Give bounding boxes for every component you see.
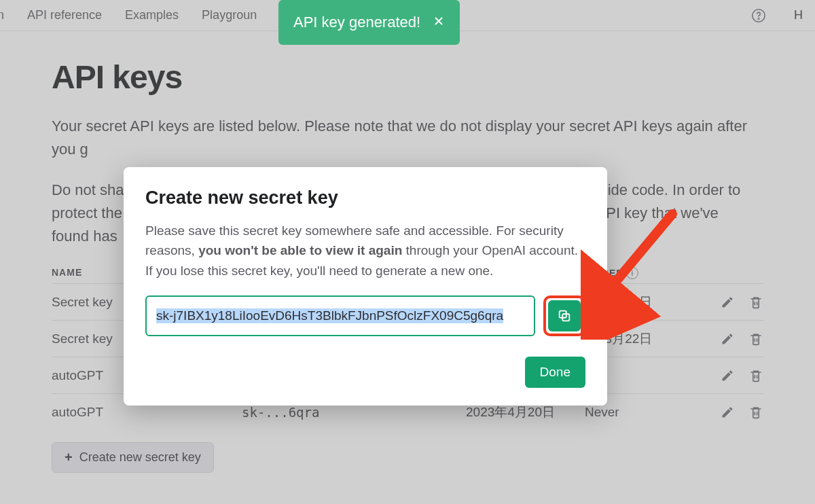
page-root: n API reference Examples Playgroun H API…	[0, 0, 815, 504]
info-icon[interactable]: i	[626, 267, 638, 279]
secret-key-row: sk-j7IBX1y18LiIooEvD6HsT3BlbkFJbnPSfOclz…	[145, 295, 585, 336]
trash-icon[interactable]	[748, 295, 763, 310]
nav-playground[interactable]: Playgroun	[202, 8, 257, 22]
nav-api-reference[interactable]: API reference	[27, 8, 102, 22]
nav-examples[interactable]: Examples	[125, 8, 179, 22]
nav-partial-left: n	[0, 8, 4, 22]
toast-message: API key generated!	[293, 14, 420, 31]
page-title: API keys	[52, 58, 763, 96]
toast-notification: API key generated!	[278, 0, 460, 45]
trash-icon[interactable]	[748, 405, 763, 420]
page-desc-1: Your secret API keys are listed below. P…	[52, 115, 763, 161]
plus-icon: +	[65, 450, 73, 465]
modal-description: Please save this secret key somewhere sa…	[145, 221, 585, 281]
secret-key-value: sk-j7IBX1y18LiIooEvD6HsT3BlbkFJbnPSfOclz…	[156, 308, 503, 323]
close-icon[interactable]	[433, 14, 445, 31]
edit-icon[interactable]	[720, 331, 735, 346]
create-secret-key-button[interactable]: + Create new secret key	[52, 442, 214, 473]
edit-icon[interactable]	[720, 405, 735, 420]
copy-icon	[557, 308, 572, 323]
trash-icon[interactable]	[748, 368, 763, 383]
edit-icon[interactable]	[720, 295, 735, 310]
create-secret-key-modal: Create new secret key Please save this s…	[124, 167, 607, 406]
edit-icon[interactable]	[720, 368, 735, 383]
annotation-highlight	[543, 295, 585, 336]
nav-partial-right: H	[794, 8, 803, 22]
trash-icon[interactable]	[748, 331, 763, 346]
modal-title: Create new secret key	[145, 187, 585, 209]
svg-point-1	[758, 18, 759, 18]
help-icon[interactable]	[750, 7, 767, 24]
secret-key-field[interactable]: sk-j7IBX1y18LiIooEvD6HsT3BlbkFJbnPSfOclz…	[145, 295, 535, 336]
done-button[interactable]: Done	[525, 357, 585, 388]
copy-button[interactable]	[548, 300, 581, 331]
